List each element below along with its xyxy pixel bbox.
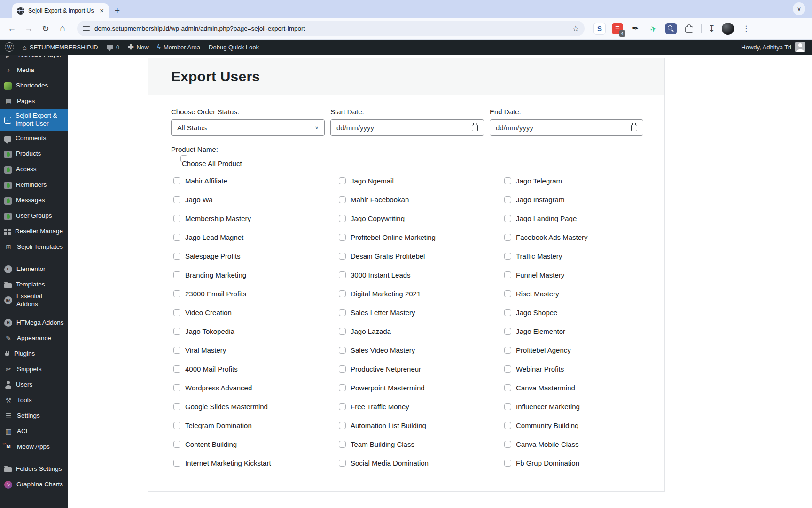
product-item-desain-grafis-profitebel[interactable]: Desain Grafis Profitebel [336, 246, 502, 265]
sidebar-item-meow-apps[interactable]: MMeow Apps [0, 439, 68, 455]
admin-bar-debug[interactable]: Debug Quick Look [209, 44, 259, 51]
product-checkbox[interactable] [173, 271, 180, 278]
sidebar-item-media[interactable]: ♪Media [0, 63, 68, 78]
product-checkbox[interactable] [339, 403, 346, 410]
product-checkbox[interactable] [173, 177, 180, 184]
product-checkbox[interactable] [173, 215, 180, 222]
product-item-profitebel-online-marketing[interactable]: Profitebel Online Marketing [336, 228, 502, 246]
product-checkbox[interactable] [173, 460, 180, 467]
product-checkbox[interactable] [173, 422, 180, 429]
product-checkbox[interactable] [339, 347, 346, 354]
product-checkbox[interactable] [339, 196, 346, 203]
product-item-social-media-domination[interactable]: Social Media Domination [336, 453, 502, 472]
product-checkbox[interactable] [339, 215, 346, 222]
product-checkbox[interactable] [504, 347, 511, 354]
product-item-jago-tokopedia[interactable]: Jago Tokopedia [171, 322, 336, 341]
product-item-jago-ngemail[interactable]: Jago Ngemail [336, 171, 502, 190]
calendar-icon[interactable] [472, 125, 478, 131]
product-checkbox[interactable] [339, 290, 346, 297]
reload-icon[interactable]: ↻ [40, 24, 51, 34]
product-item-4000-mail-profits[interactable]: 4000 Mail Profits [171, 359, 336, 378]
product-checkbox[interactable] [173, 441, 180, 448]
product-item-sales-video-mastery[interactable]: Sales Video Mastery [336, 341, 502, 359]
product-item-automation-list-building[interactable]: Automation List Building [336, 416, 502, 435]
product-checkbox[interactable] [504, 328, 511, 335]
sidebar-item-shortcodes[interactable]: Shortcodes [0, 78, 68, 94]
sidebar-item-acf[interactable]: ▥ACF [0, 424, 68, 439]
product-item-productive-netpreneur[interactable]: Productive Netpreneur [336, 359, 502, 378]
extension-eyedropper-icon[interactable]: ✒ [630, 23, 641, 34]
sidebar-item-graphina-charts[interactable]: ∿Graphina Charts [0, 477, 68, 492]
admin-bar-howdy[interactable]: Howdy, Adhitya Tri [741, 44, 791, 51]
product-checkbox[interactable] [339, 365, 346, 373]
product-item-wordpress-advanced[interactable]: Wordpress Advanced [171, 378, 336, 397]
product-checkbox[interactable] [339, 177, 346, 184]
product-item-video-creation[interactable]: Video Creation [171, 303, 336, 322]
tab-search-chevron-icon[interactable]: ∨ [793, 2, 805, 15]
product-item-influencer-marketing[interactable]: Influencer Marketing [502, 397, 667, 416]
product-checkbox[interactable] [339, 328, 346, 335]
product-checkbox[interactable] [339, 441, 346, 448]
product-item-jago-landing-page[interactable]: Jago Landing Page [502, 209, 667, 228]
product-checkbox[interactable] [339, 422, 346, 429]
start-date-input[interactable]: dd/mm/yyyy [330, 119, 484, 136]
product-item-mahir-affiliate[interactable]: Mahir Affiliate [171, 171, 336, 190]
product-item-3000-instant-leads[interactable]: 3000 Instant Leads [336, 265, 502, 284]
extensions-puzzle-icon[interactable] [683, 23, 695, 34]
tab-close-icon[interactable]: × [98, 7, 105, 14]
product-item-free-traffic-money[interactable]: Free Traffic Money [336, 397, 502, 416]
product-checkbox[interactable] [339, 384, 346, 391]
sidebar-item-access[interactable]: Access [0, 162, 68, 177]
product-item-jago-elementor[interactable]: Jago Elementor [502, 322, 667, 341]
product-item-jago-instagram[interactable]: Jago Instagram [502, 190, 667, 209]
browser-menu-icon[interactable]: ⋮ [741, 24, 752, 33]
product-item-jago-lead-magnet[interactable]: Jago Lead Magnet [171, 228, 336, 246]
sidebar-item-users[interactable]: Users [0, 377, 68, 393]
product-checkbox[interactable] [504, 196, 511, 203]
product-checkbox[interactable] [173, 328, 180, 335]
product-checkbox[interactable] [173, 309, 180, 316]
product-item-jago-shopee[interactable]: Jago Shopee [502, 303, 667, 322]
product-checkbox[interactable] [173, 290, 180, 297]
product-item-traffic-mastery[interactable]: Traffic Mastery [502, 246, 667, 265]
browser-tab[interactable]: Sejoli Export & Import User ‹ × [12, 3, 109, 18]
product-item-canva-mobile-class[interactable]: Canva Mobile Class [502, 435, 667, 453]
product-checkbox[interactable] [504, 215, 511, 222]
sidebar-item-htmega-addons[interactable]: HHTMega Addons [0, 315, 68, 331]
product-checkbox[interactable] [504, 384, 511, 391]
product-checkbox[interactable] [504, 290, 511, 297]
product-checkbox[interactable] [504, 365, 511, 373]
product-checkbox[interactable] [504, 422, 511, 429]
product-checkbox[interactable] [504, 460, 511, 467]
product-checkbox[interactable] [173, 403, 180, 410]
calendar-icon[interactable] [631, 125, 637, 131]
product-checkbox[interactable] [339, 309, 346, 316]
extension-search-icon[interactable] [665, 23, 677, 34]
product-item-community-building[interactable]: Community Building [502, 416, 667, 435]
forward-icon[interactable]: → [23, 24, 34, 33]
product-item-membership-mastery[interactable]: Membership Mastery [171, 209, 336, 228]
product-checkbox[interactable] [339, 271, 346, 278]
product-checkbox[interactable] [504, 271, 511, 278]
product-checkbox[interactable] [173, 347, 180, 354]
sidebar-item-templates[interactable]: Templates [0, 277, 68, 293]
product-item-sales-letter-mastery[interactable]: Sales Letter Mastery [336, 303, 502, 322]
sidebar-item-reminders[interactable]: Reminders [0, 177, 68, 193]
sidebar-item-user-groups[interactable]: User Groups [0, 208, 68, 224]
product-checkbox[interactable] [504, 441, 511, 448]
product-item-internet-marketing-kickstart[interactable]: Internet Marketing Kickstart [171, 453, 336, 472]
wp-logo[interactable]: W [5, 42, 14, 52]
admin-bar-member-area[interactable]: ϟ Member Area [157, 43, 200, 51]
product-checkbox[interactable] [504, 177, 511, 184]
extension-bird-icon[interactable]: ✈ [646, 21, 660, 35]
product-checkbox[interactable] [504, 253, 511, 260]
end-date-input[interactable]: dd/mm/yyyy [490, 119, 643, 136]
sidebar-item-tools[interactable]: ⚒Tools [0, 393, 68, 408]
product-checkbox[interactable] [339, 253, 346, 260]
product-checkbox[interactable] [173, 196, 180, 203]
product-item-powerpoint-mastermind[interactable]: Powerpoint Mastermind [336, 378, 502, 397]
order-status-select[interactable]: All Status ∨ [171, 119, 325, 136]
sidebar-item-appearance[interactable]: ✎Appearance [0, 331, 68, 346]
product-item-23000-email-profits[interactable]: 23000 Email Profits [171, 284, 336, 303]
product-item-jago-wa[interactable]: Jago Wa [171, 190, 336, 209]
